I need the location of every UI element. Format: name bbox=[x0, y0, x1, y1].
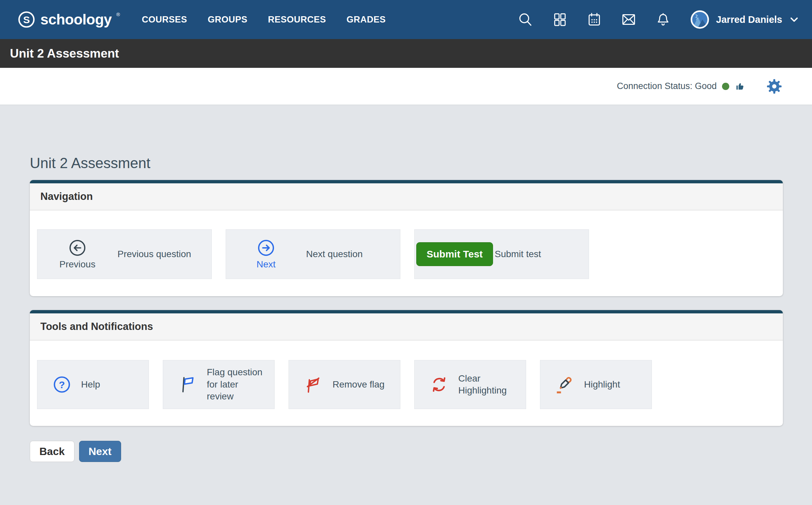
settings-button[interactable] bbox=[766, 78, 783, 95]
page-title: Unit 2 Assessment bbox=[30, 105, 783, 171]
next-button[interactable]: Next bbox=[79, 441, 121, 462]
nav-item-groups[interactable]: GROUPS bbox=[208, 15, 247, 25]
nav-item-resources[interactable]: RESOURCES bbox=[268, 15, 326, 25]
thumbs-up-icon bbox=[735, 81, 746, 92]
navigation-panel: Navigation Previous Previous question bbox=[30, 180, 783, 296]
footer-actions: Back Next bbox=[30, 441, 783, 462]
arrow-right-circle-icon bbox=[257, 238, 275, 257]
refresh-icon bbox=[429, 375, 449, 394]
submit-test-button[interactable]: Submit Test bbox=[416, 242, 493, 266]
next-question-label: Next question bbox=[306, 249, 363, 260]
flag-question-label: Flag question for later review bbox=[203, 366, 266, 402]
next-question-card[interactable]: Next Next question bbox=[226, 229, 400, 279]
nav-item-courses[interactable]: COURSES bbox=[142, 15, 187, 25]
next-icon-label: Next bbox=[256, 259, 276, 270]
tools-panel-header: Tools and Notifications bbox=[30, 313, 783, 341]
connection-status-label: Connection Status: Good bbox=[617, 81, 717, 91]
help-circle-icon: ? bbox=[52, 375, 71, 394]
mail-icon bbox=[621, 12, 637, 27]
schoology-s-icon: S bbox=[17, 10, 36, 29]
help-label: Help bbox=[78, 379, 100, 390]
assessment-title: Unit 2 Assessment bbox=[10, 47, 119, 60]
clear-highlighting-label: Clear Highlighting bbox=[455, 373, 517, 397]
logo-text: schoology bbox=[40, 11, 112, 28]
highlighter-icon bbox=[555, 375, 574, 394]
svg-text:S: S bbox=[23, 14, 30, 25]
gear-icon bbox=[766, 78, 783, 95]
flag-slash-icon bbox=[304, 375, 323, 394]
connection-status-dot bbox=[722, 83, 729, 90]
apps-grid-button[interactable] bbox=[552, 12, 568, 27]
search-icon bbox=[518, 12, 534, 27]
assessment-title-bar: Unit 2 Assessment bbox=[0, 39, 812, 68]
submit-test-card[interactable]: Submit Test Submit test bbox=[414, 229, 589, 279]
previous-question-card[interactable]: Previous Previous question bbox=[37, 229, 212, 279]
calendar-button[interactable] bbox=[586, 12, 602, 27]
schoology-logo[interactable]: S schoology ® bbox=[17, 10, 120, 29]
notifications-button[interactable] bbox=[655, 12, 671, 27]
logo-registered-mark: ® bbox=[117, 12, 120, 17]
submit-test-label: Submit test bbox=[495, 249, 541, 260]
status-strip: Connection Status: Good bbox=[0, 68, 812, 105]
clear-highlighting-card[interactable]: Clear Highlighting bbox=[414, 360, 526, 409]
user-menu[interactable]: Jarred Daniels bbox=[689, 9, 800, 30]
flag-question-card[interactable]: Flag question for later review bbox=[163, 360, 275, 409]
bell-icon bbox=[655, 12, 671, 27]
navigation-panel-header: Navigation bbox=[30, 183, 783, 210]
help-card[interactable]: ? Help bbox=[37, 360, 149, 409]
remove-flag-label: Remove flag bbox=[329, 379, 385, 390]
remove-flag-card[interactable]: Remove flag bbox=[288, 360, 400, 409]
main-menu: COURSES GROUPS RESOURCES GRADES bbox=[142, 15, 386, 25]
highlight-label: Highlight bbox=[581, 379, 620, 390]
nav-item-grades[interactable]: GRADES bbox=[347, 15, 386, 25]
calendar-icon bbox=[586, 12, 602, 27]
main-content: Unit 2 Assessment Navigation Previous bbox=[0, 105, 812, 462]
back-button[interactable]: Back bbox=[30, 441, 74, 462]
previous-icon-label: Previous bbox=[59, 259, 95, 270]
highlight-card[interactable]: Highlight bbox=[540, 360, 652, 409]
chevron-down-icon bbox=[788, 14, 800, 25]
messages-button[interactable] bbox=[621, 12, 637, 27]
arrow-left-circle-icon bbox=[68, 238, 87, 257]
svg-text:?: ? bbox=[59, 379, 65, 390]
user-name: Jarred Daniels bbox=[716, 14, 782, 25]
apps-grid-icon bbox=[552, 12, 568, 27]
search-button[interactable] bbox=[518, 12, 534, 27]
avatar bbox=[689, 9, 710, 30]
top-navbar: S schoology ® COURSES GROUPS RESOURCES G… bbox=[0, 0, 812, 39]
previous-question-label: Previous question bbox=[118, 249, 191, 260]
tools-panel: Tools and Notifications ? Help bbox=[30, 310, 783, 426]
flag-icon bbox=[178, 375, 197, 394]
